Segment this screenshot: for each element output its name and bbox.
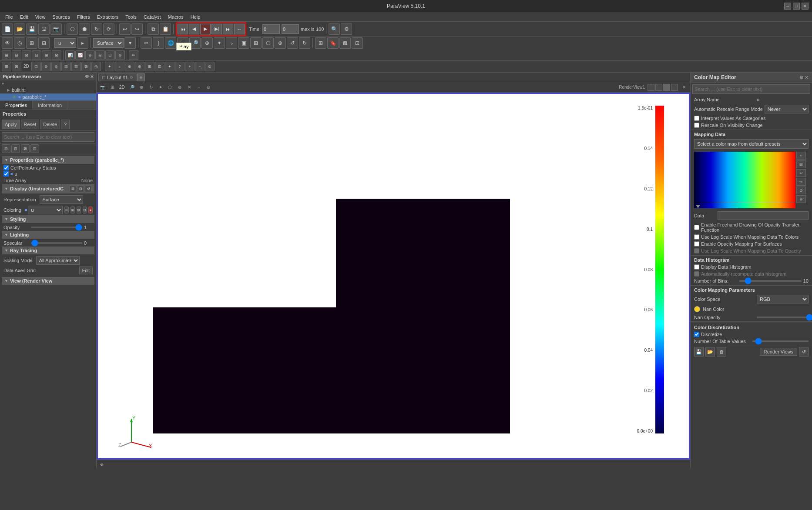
select-arr[interactable]: ⊞ [250,37,262,49]
tb4-btn13[interactable]: ⊛ [135,62,144,71]
tb4-btn6[interactable]: ⊞ [61,62,71,71]
grad-ctrl4[interactable]: ↪ [796,178,806,186]
tb3-btn4[interactable]: ⊡ [32,50,41,60]
data-axes-edit-btn[interactable]: Edit [79,267,93,274]
tb3-btn2[interactable]: ⊟ [12,50,21,60]
section-ray-tracing[interactable]: ▼ Ray Tracing [2,247,94,254]
tb4-btn3[interactable]: ⊡ [31,62,41,71]
color-space-select[interactable]: RGB [757,295,809,303]
help-button[interactable]: ? [61,120,70,129]
opacity-gradient-bar[interactable] [694,202,795,208]
minimize-button[interactable]: ─ [784,3,791,10]
poly-sel[interactable]: ⬡ [262,37,274,49]
freehand-checkbox[interactable] [694,225,699,230]
cme-load-btn[interactable]: 📂 [705,347,715,357]
tb3-btn1[interactable]: ⊞ [2,50,11,60]
vp-minus[interactable]: − [195,83,203,92]
tb4-btn9[interactable]: ◎ [91,62,101,71]
discretize-checkbox[interactable] [694,332,699,337]
add-layout-button[interactable]: + [137,73,145,81]
select-pt[interactable]: ✦ [214,37,225,49]
coloring-select[interactable]: u [28,206,63,214]
tb3-pencil[interactable]: ✏ [129,50,138,60]
tb3-btn3[interactable]: ⊠ [22,50,31,60]
array-u-checkbox[interactable] [3,171,9,177]
connect-button[interactable]: ⬡ [67,23,78,35]
opacity-slider[interactable] [31,227,82,228]
vp-camera-btn[interactable]: 📷 [98,83,107,92]
redo-button[interactable]: ↪ [131,23,143,35]
section-parabolic[interactable]: ▼ Properties (parabolic_*) [2,156,94,164]
save-as-button[interactable]: 🖫 [38,23,50,35]
array-btn[interactable]: ▸ [77,37,88,49]
scaling-mode-select[interactable]: All Approximate [36,256,80,265]
vp-pt-sel[interactable]: ⊛ [175,83,184,92]
tb3-cr[interactable]: ⊛ [115,50,125,60]
maximize-button[interactable]: □ [793,3,800,10]
colormap-btn4[interactable]: ⊡ [83,207,87,213]
colormap-btn2[interactable]: ⊞ [70,207,75,213]
loop-button[interactable]: ↔ [234,24,245,34]
tb3-chart[interactable]: 📊 [65,50,75,60]
section-styling[interactable]: ▼ Styling [2,215,94,223]
props-icon3[interactable]: ⊠ [21,144,30,153]
close-button[interactable]: ✕ [802,3,809,10]
auto-rescale-select[interactable]: Never [765,105,809,113]
grad-ctrl1[interactable]: ↔ [796,152,806,160]
layout-icon2[interactable] [655,84,662,91]
colormap-btn5[interactable]: ■ [88,207,93,213]
menu-edit[interactable]: Edit [17,13,32,20]
tb4-btn17[interactable]: ? [175,62,185,71]
ortho-btn[interactable]: ⊠ [339,37,351,49]
menu-view[interactable]: View [32,13,49,20]
interpret-categories-checkbox[interactable] [694,116,699,121]
data-input[interactable] [718,211,809,220]
display-icon2[interactable]: ⊟ [77,185,84,192]
surface-dropdown[interactable]: Surface [93,38,124,48]
log-scale-checkbox[interactable] [694,234,699,240]
integrate-btn[interactable]: ∫ [153,37,164,49]
reload-button[interactable]: ⟳ [103,23,114,35]
globe-btn[interactable]: 🌐 [165,37,176,49]
rot-x[interactable]: ↺ [287,37,298,49]
tab-gear[interactable]: ⚙ [130,75,133,80]
tb4-btn5[interactable]: ⊛ [51,62,61,71]
first-frame-button[interactable]: ⏮ [178,24,188,34]
tb4-btn11[interactable]: ⬦ [115,62,124,71]
surface-arrow[interactable]: ▾ [124,37,136,49]
grad-ctrl3[interactable]: ↩ [796,169,806,177]
vp-rotate-btn[interactable]: ↻ [147,83,155,92]
annotate-btn[interactable]: 🔖 [327,37,339,49]
pipeline-add-icon[interactable]: ● [2,81,4,86]
cme-search-input[interactable] [692,84,810,94]
apply-button[interactable]: Apply [2,120,20,129]
group-btn[interactable]: ⊞ [26,37,37,49]
tb3-tr[interactable]: ⊡ [105,50,115,60]
tb4-btn15[interactable]: ⊡ [155,62,164,71]
color-preset-select[interactable]: Select a color map from default presets [694,139,809,149]
next-frame-button[interactable]: ▶| [211,24,222,34]
props-icon4[interactable]: ⊡ [30,144,39,153]
menu-help[interactable]: Help [187,13,204,20]
opacity-mapping-checkbox[interactable] [694,241,699,247]
tb4-btn20[interactable]: ⊙ [205,62,215,71]
nan-opacity-slider[interactable] [757,317,812,318]
menu-sources[interactable]: Sources [49,13,73,20]
tb4-btn10[interactable]: ✦ [105,62,114,71]
copy-button[interactable]: ⧉ [148,23,159,35]
settings-btn[interactable]: ⚙ [341,23,352,35]
open-button[interactable]: 📂 [14,23,25,35]
new-button[interactable]: 📄 [2,23,13,35]
tb3-btn5[interactable]: ⊞ [42,50,51,60]
eye-toggle[interactable]: 👁 [2,37,13,49]
tb3-hist[interactable]: 📈 [75,50,85,60]
nan-color-swatch[interactable] [694,306,700,312]
play-button[interactable]: ▶ [200,24,211,34]
section-display[interactable]: ▼ Display (UnstructuredG ⊞ ⊟ ↺ [2,184,94,193]
specular-slider[interactable] [31,242,82,244]
tb4-btn7[interactable]: ⊟ [71,62,81,71]
menu-file[interactable]: File [2,13,17,20]
zoom-sel[interactable]: ⊕ [201,37,213,49]
tree-item-parabolic[interactable]: 👁 ■ parabolic_* [0,93,96,100]
props-icon2[interactable]: ⊟ [11,144,20,153]
